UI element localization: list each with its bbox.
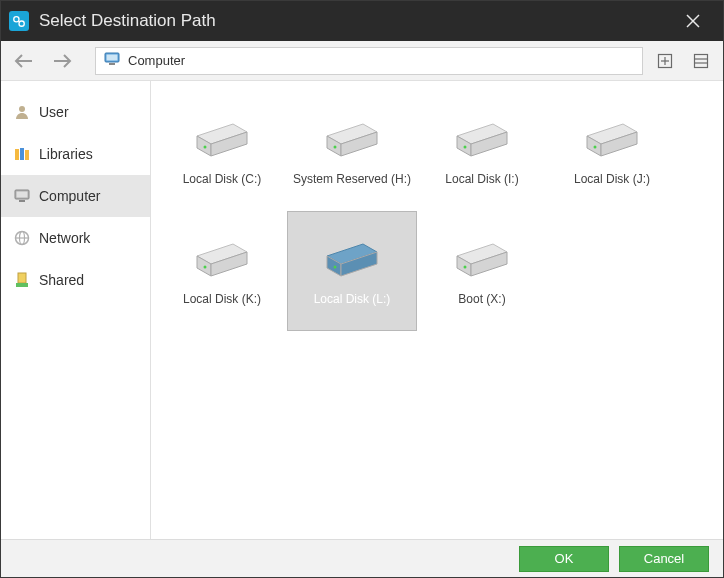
toolbar: Computer <box>1 41 723 81</box>
sidebar-item-shared[interactable]: Shared <box>1 259 150 301</box>
shared-icon <box>13 272 31 288</box>
svg-rect-19 <box>25 150 29 160</box>
svg-rect-18 <box>20 148 24 160</box>
forward-button[interactable] <box>47 46 77 76</box>
drive-item[interactable]: Local Disk (L:) <box>287 211 417 331</box>
disk-icon <box>451 116 513 162</box>
drive-item[interactable]: Local Disk (I:) <box>417 91 547 211</box>
sidebar-item-label: User <box>39 104 69 120</box>
drive-label: Local Disk (J:) <box>574 172 650 186</box>
svg-rect-17 <box>15 149 19 160</box>
app-icon <box>9 11 29 31</box>
drive-label: Local Disk (C:) <box>183 172 262 186</box>
disk-icon <box>451 236 513 282</box>
sidebar-item-computer[interactable]: Computer <box>1 175 150 217</box>
svg-rect-26 <box>18 273 26 283</box>
drive-item[interactable]: Boot (X:) <box>417 211 547 331</box>
back-button[interactable] <box>9 46 39 76</box>
view-list-button[interactable] <box>687 47 715 75</box>
libraries-icon <box>13 146 31 162</box>
sidebar-item-label: Computer <box>39 188 100 204</box>
disk-icon <box>191 236 253 282</box>
svg-point-47 <box>204 266 207 269</box>
disk-icon <box>581 116 643 162</box>
new-folder-button[interactable] <box>651 47 679 75</box>
window-title: Select Destination Path <box>39 11 673 31</box>
sidebar-item-network[interactable]: Network <box>1 217 150 259</box>
svg-point-55 <box>464 266 467 269</box>
svg-point-31 <box>204 146 207 149</box>
path-text: Computer <box>128 53 185 68</box>
svg-point-39 <box>464 146 467 149</box>
cancel-button[interactable]: Cancel <box>619 546 709 572</box>
drive-label: Boot (X:) <box>458 292 505 306</box>
body: User Libraries Computer Network Shared <box>1 81 723 539</box>
svg-point-35 <box>334 146 337 149</box>
computer-icon <box>104 51 120 70</box>
titlebar: Select Destination Path <box>1 1 723 41</box>
svg-rect-13 <box>695 54 708 67</box>
disk-icon <box>191 116 253 162</box>
sidebar-item-libraries[interactable]: Libraries <box>1 133 150 175</box>
drive-item[interactable]: System Reserved (H:) <box>287 91 417 211</box>
drive-label: System Reserved (H:) <box>293 172 411 186</box>
svg-rect-22 <box>19 200 25 202</box>
svg-rect-8 <box>107 55 118 61</box>
drive-label: Local Disk (I:) <box>445 172 518 186</box>
drive-item[interactable]: Local Disk (K:) <box>157 211 287 331</box>
close-button[interactable] <box>673 1 713 41</box>
path-box[interactable]: Computer <box>95 47 643 75</box>
content-pane: Local Disk (C:) System Reserved (H:) Loc… <box>151 81 723 539</box>
sidebar-item-label: Network <box>39 230 90 246</box>
svg-rect-27 <box>16 283 28 287</box>
svg-rect-21 <box>17 192 28 198</box>
svg-point-43 <box>594 146 597 149</box>
network-icon <box>13 230 31 246</box>
sidebar-item-label: Shared <box>39 272 84 288</box>
user-icon <box>13 104 31 120</box>
ok-button[interactable]: OK <box>519 546 609 572</box>
drive-label: Local Disk (K:) <box>183 292 261 306</box>
drive-label: Local Disk (L:) <box>314 292 391 306</box>
drive-item[interactable]: Local Disk (J:) <box>547 91 677 211</box>
sidebar-item-label: Libraries <box>39 146 93 162</box>
disk-icon <box>321 116 383 162</box>
sidebar-item-user[interactable]: User <box>1 91 150 133</box>
svg-point-51 <box>334 266 337 269</box>
sidebar: User Libraries Computer Network Shared <box>1 81 151 539</box>
drive-item[interactable]: Local Disk (C:) <box>157 91 287 211</box>
disk-icon <box>321 236 383 282</box>
computer-icon <box>13 188 31 204</box>
svg-point-16 <box>19 106 25 112</box>
svg-rect-9 <box>109 63 115 65</box>
footer: OK Cancel <box>1 539 723 577</box>
